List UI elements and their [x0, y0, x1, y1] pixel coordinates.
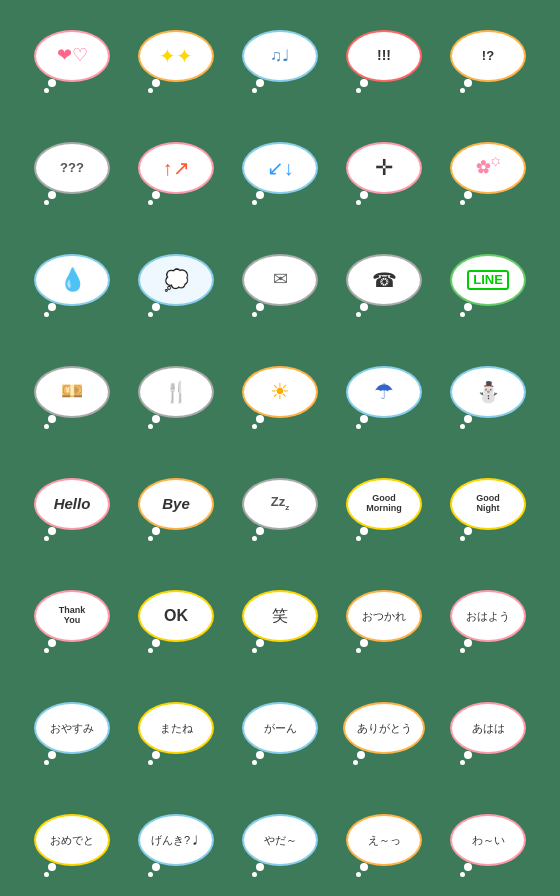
bubble-hello[interactable]: Hello [34, 478, 110, 530]
bubble-bye-content: Bye [162, 496, 190, 513]
bubble-music-content: ♫♩ [270, 47, 290, 65]
cell-arigatou: ありがとう [334, 674, 434, 782]
bubble-hash[interactable]: ✛ [346, 142, 422, 194]
bubble-money-content: 💴 [61, 382, 83, 402]
cell-omedeto: おめでと [22, 786, 122, 894]
cell-arrow-down: ↙↓ [230, 114, 330, 222]
bubble-interrobang-content: !? [482, 49, 494, 63]
bubble-ahaha-content: あはは [472, 722, 505, 734]
bubble-omedeto-content: おめでと [50, 834, 94, 846]
bubble-gaan-content: がーん [264, 722, 297, 734]
cell-umbrella: ☂ [334, 338, 434, 446]
bubble-wai[interactable]: わ～い [450, 814, 526, 866]
bubble-ahaha[interactable]: あはは [450, 702, 526, 754]
bubble-phone[interactable]: ☎ [346, 254, 422, 306]
bubble-music[interactable]: ♫♩ [242, 30, 318, 82]
bubble-ok[interactable]: OK [138, 590, 214, 642]
bubble-ohayou-content: おはよう [466, 610, 510, 622]
cell-mail: ✉ [230, 226, 330, 334]
bubble-oyasumi-content: おやすみ [50, 722, 94, 734]
bubble-hello-content: Hello [54, 496, 91, 513]
cell-line: LINE [438, 226, 538, 334]
bubble-genki[interactable]: げんき?♩ [138, 814, 214, 866]
cell-gaan: がーん [230, 674, 330, 782]
cell-phone: ☎ [334, 226, 434, 334]
bubble-snowman[interactable]: ⛄ [450, 366, 526, 418]
bubble-mail[interactable]: ✉ [242, 254, 318, 306]
cell-otsukare: おつかれ [334, 562, 434, 670]
cell-heart: ❤♡ [22, 2, 122, 110]
cell-exclaim3: !!! [334, 2, 434, 110]
bubble-sparkle[interactable]: ✦✦ [138, 30, 214, 82]
bubble-arigatou[interactable]: ありがとう [343, 702, 425, 754]
bubble-money[interactable]: 💴 [34, 366, 110, 418]
cell-wai: わ～い [438, 786, 538, 894]
bubble-yada-content: やだ～ [264, 834, 297, 846]
bubble-cloud[interactable]: 💭 [138, 254, 214, 306]
bubble-arrow-up-content: ↑↗ [163, 157, 190, 179]
bubble-goodmorning[interactable]: GoodMorning [346, 478, 422, 530]
bubble-zzz[interactable]: Zzz [242, 478, 318, 530]
bubble-ee-content: え～っ [368, 834, 401, 846]
bubble-laugh[interactable]: 笑 [242, 590, 318, 642]
bubble-omedeto[interactable]: おめでと [34, 814, 110, 866]
bubble-heart[interactable]: ❤♡ [34, 30, 110, 82]
bubble-fork[interactable]: 🍴 [138, 366, 214, 418]
bubble-fork-content: 🍴 [164, 381, 189, 403]
cell-thankyou: ThankYou [22, 562, 122, 670]
bubble-sun-content: ☀ [270, 380, 290, 404]
cell-ahaha: あはは [438, 674, 538, 782]
bubble-yada[interactable]: やだ～ [242, 814, 318, 866]
bubble-question3[interactable]: ??? [34, 142, 110, 194]
bubble-thankyou-content: ThankYou [59, 606, 86, 626]
bubble-goodmorning-content: GoodMorning [366, 494, 402, 514]
bubble-goodnight[interactable]: GoodNight [450, 478, 526, 530]
cell-bye: Bye [126, 450, 226, 558]
bubble-cloud-content: 💭 [164, 269, 189, 291]
bubble-zzz-content: Zzz [271, 495, 289, 512]
cell-ok: OK [126, 562, 226, 670]
bubble-question3-content: ??? [60, 161, 84, 175]
bubble-wai-content: わ～い [472, 834, 505, 846]
cell-interrobang: !? [438, 2, 538, 110]
bubble-exclaim3[interactable]: !!! [346, 30, 422, 82]
cell-goodmorning: GoodMorning [334, 450, 434, 558]
bubble-matane[interactable]: またね [138, 702, 214, 754]
bubble-interrobang[interactable]: !? [450, 30, 526, 82]
bubble-gaan[interactable]: がーん [242, 702, 318, 754]
bubble-otsukare-content: おつかれ [362, 610, 406, 622]
cell-yada: やだ～ [230, 786, 330, 894]
bubble-line[interactable]: LINE [450, 254, 526, 306]
cell-ohayou: おはよう [438, 562, 538, 670]
bubble-ee[interactable]: え～っ [346, 814, 422, 866]
bubble-flower-content: ✿꙳ [476, 158, 500, 178]
bubble-otsukare[interactable]: おつかれ [346, 590, 422, 642]
bubble-arrow-up[interactable]: ↑↗ [138, 142, 214, 194]
bubble-oyasumi[interactable]: おやすみ [34, 702, 110, 754]
bubble-genki-content: げんき?♩ [151, 834, 201, 846]
bubble-ok-content: OK [164, 607, 188, 625]
bubble-umbrella-content: ☂ [374, 380, 394, 404]
cell-sun: ☀ [230, 338, 330, 446]
bubble-flower[interactable]: ✿꙳ [450, 142, 526, 194]
cell-matane: またね [126, 674, 226, 782]
bubble-umbrella[interactable]: ☂ [346, 366, 422, 418]
cell-money: 💴 [22, 338, 122, 446]
bubble-arrow-down[interactable]: ↙↓ [242, 142, 318, 194]
bubble-hash-content: ✛ [375, 156, 393, 180]
cell-question3: ??? [22, 114, 122, 222]
cell-ee: え～っ [334, 786, 434, 894]
cell-flower: ✿꙳ [438, 114, 538, 222]
bubble-thankyou[interactable]: ThankYou [34, 590, 110, 642]
bubble-phone-content: ☎ [372, 269, 397, 291]
bubble-drop[interactable]: 💧 [34, 254, 110, 306]
bubble-ohayou[interactable]: おはよう [450, 590, 526, 642]
bubble-sun[interactable]: ☀ [242, 366, 318, 418]
bubble-exclaim3-content: !!! [377, 48, 391, 63]
bubble-bye[interactable]: Bye [138, 478, 214, 530]
cell-cloud: 💭 [126, 226, 226, 334]
bubble-sparkle-content: ✦✦ [159, 45, 193, 67]
cell-hash: ✛ [334, 114, 434, 222]
bubble-heart-content: ❤♡ [57, 46, 88, 66]
cell-snowman: ⛄ [438, 338, 538, 446]
